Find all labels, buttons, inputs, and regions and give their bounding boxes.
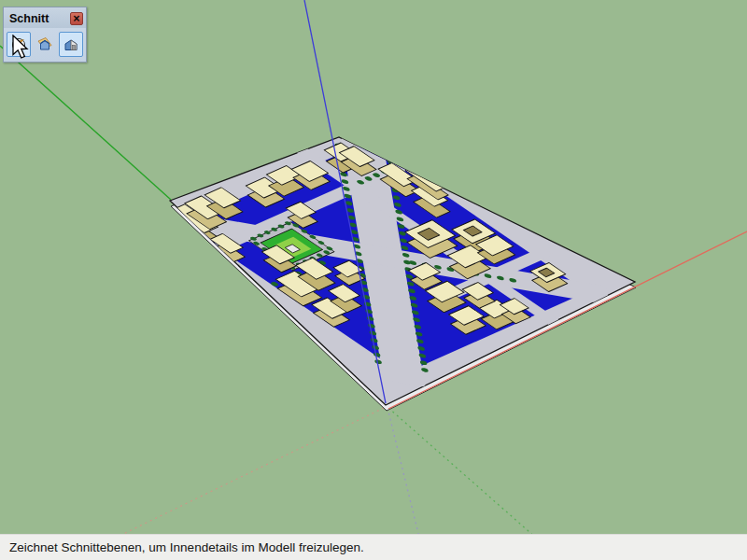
close-button[interactable]: × [70,12,83,25]
display-section-planes-icon [36,36,53,53]
toolbar-buttons [4,28,86,62]
green-axis-dotted [388,408,553,534]
display-section-cuts-icon [63,36,79,53]
city-model [141,117,636,411]
toolbar-title-bar[interactable]: Schnitt × [4,7,86,28]
display-section-cuts-button[interactable] [59,32,83,57]
section-plane-icon [10,36,27,53]
blue-axis-dotted [388,408,422,534]
status-message: Zeichnet Schnittebenen, um Innendetails … [0,540,364,554]
3d-viewport[interactable]: Schnitt × [0,0,747,534]
schnitt-toolbar: Schnitt × [3,7,87,63]
toolbar-title: Schnitt [9,12,49,25]
model-scene [0,0,747,534]
close-icon: × [73,12,79,25]
display-section-planes-button[interactable] [33,32,57,57]
green-axis-line [0,46,171,200]
red-axis-dotted [89,408,384,534]
section-plane-tool-button[interactable] [7,32,31,57]
status-bar: Zeichnet Schnittebenen, um Innendetails … [0,534,747,560]
sketchup-window: Schnitt × [0,0,747,560]
